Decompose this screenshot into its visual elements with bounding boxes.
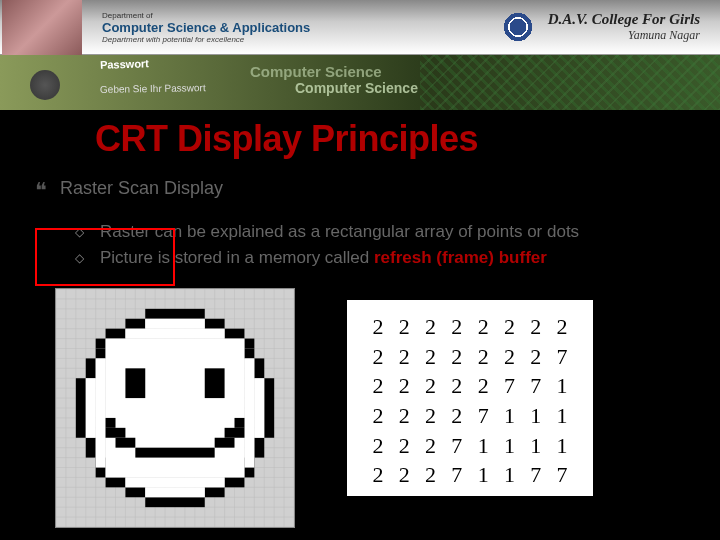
svg-rect-52 <box>125 319 145 329</box>
svg-rect-71 <box>225 477 245 487</box>
password-prompt: Geben Sie Ihr Passwort <box>100 82 206 95</box>
bullet-main-text: Raster Scan Display <box>60 178 223 204</box>
svg-rect-73 <box>205 487 225 497</box>
svg-rect-51 <box>145 309 205 319</box>
svg-rect-69 <box>244 468 254 478</box>
svg-rect-60 <box>86 358 96 378</box>
svg-rect-95 <box>106 418 116 428</box>
matrix-row-5: 22271177 <box>365 460 575 490</box>
overlay-text-1: Computer Science <box>250 63 382 80</box>
svg-rect-98 <box>225 428 245 438</box>
red-highlight-box <box>35 228 175 286</box>
overlay-text-2: Computer Science <box>295 80 418 96</box>
svg-rect-94 <box>205 368 225 398</box>
matrix-row-2: 22222771 <box>365 371 575 401</box>
college-block: D.A.V. College For Girls Yamuna Nagar <box>498 7 700 47</box>
svg-rect-85 <box>254 378 264 438</box>
svg-rect-99 <box>116 438 136 448</box>
svg-rect-89 <box>125 329 224 339</box>
svg-rect-68 <box>96 468 106 478</box>
college-text: D.A.V. College For Girls Yamuna Nagar <box>548 11 700 43</box>
svg-rect-64 <box>86 438 96 458</box>
dept-name: Computer Science & Applications <box>102 20 310 35</box>
svg-rect-86 <box>96 358 106 467</box>
svg-rect-65 <box>254 438 264 458</box>
building-photo <box>2 0 82 55</box>
department-block: Department of Computer Science & Applica… <box>102 11 310 44</box>
svg-rect-84 <box>86 378 96 438</box>
banner-top-row: Department of Computer Science & Applica… <box>0 0 720 55</box>
svg-rect-57 <box>244 339 254 349</box>
svg-rect-100 <box>215 438 235 448</box>
svg-rect-54 <box>106 329 126 339</box>
raster-smiley-image <box>55 288 295 528</box>
svg-rect-96 <box>235 418 245 428</box>
svg-rect-61 <box>254 358 264 378</box>
quote-icon: ❝ <box>35 178 60 204</box>
matrix-row-0: 22222222 <box>365 312 575 342</box>
svg-rect-91 <box>125 477 224 487</box>
svg-rect-70 <box>106 477 126 487</box>
svg-rect-101 <box>135 448 214 458</box>
highlight-term: refresh (frame) buffer <box>374 248 547 267</box>
svg-rect-97 <box>106 428 126 438</box>
bullet-main: ❝ Raster Scan Display <box>35 178 700 204</box>
slide-content: CRT Display Principles ❝ Raster Scan Dis… <box>0 110 720 528</box>
dept-label: Department of <box>102 11 310 20</box>
lock-icon <box>30 70 60 100</box>
header-banner: Department of Computer Science & Applica… <box>0 0 720 110</box>
svg-rect-62 <box>76 378 86 438</box>
svg-rect-72 <box>125 487 145 497</box>
svg-rect-53 <box>205 319 225 329</box>
svg-rect-92 <box>145 487 205 497</box>
svg-rect-87 <box>244 358 254 467</box>
svg-rect-59 <box>244 349 254 359</box>
frame-buffer-matrix: 22222222 22222227 22222771 22227111 2227… <box>345 298 595 498</box>
slide-title: CRT Display Principles <box>95 118 700 160</box>
svg-rect-63 <box>264 378 274 438</box>
banner-bottom-row: Passwort Geben Sie Ihr Passwort Computer… <box>0 55 720 110</box>
svg-rect-58 <box>96 349 106 359</box>
circuit-board-graphic <box>420 55 720 110</box>
matrix-row-4: 22271111 <box>365 431 575 461</box>
svg-rect-90 <box>145 319 205 329</box>
dept-tagline: Department with potential for excellence <box>102 35 310 44</box>
password-label: Passwort <box>100 57 149 71</box>
smiley-pixel-art <box>56 289 294 527</box>
matrix-row-3: 22227111 <box>365 401 575 431</box>
svg-rect-55 <box>225 329 245 339</box>
college-name: D.A.V. College For Girls <box>548 11 700 28</box>
matrix-row-1: 22222227 <box>365 342 575 372</box>
college-logo-icon <box>489 0 546 55</box>
svg-rect-74 <box>145 497 205 507</box>
images-row: 22222222 22222227 22222771 22227111 2227… <box>55 288 700 528</box>
svg-rect-93 <box>125 368 145 398</box>
college-location: Yamuna Nagar <box>548 28 700 43</box>
svg-rect-56 <box>96 339 106 349</box>
